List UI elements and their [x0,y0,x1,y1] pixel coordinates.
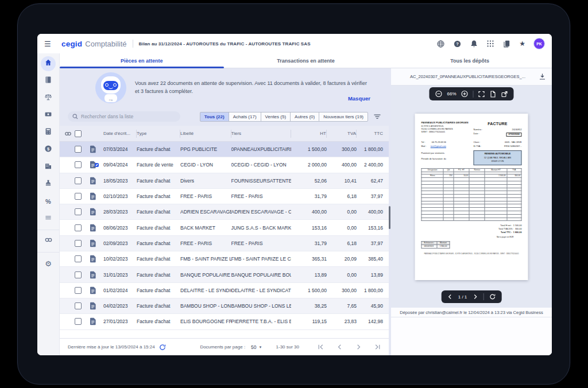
invoice-preview[interactable]: PANNEAUX PUBLICITAIRES GEORGES 61 RTE D … [415,114,528,280]
prev-doc-page-icon[interactable] [447,294,453,300]
row-checkbox[interactable] [75,255,82,262]
row-date: 28/03/2023 [103,209,137,215]
row-libelle: PPG PUBLICITE [180,146,231,152]
document-page-icon[interactable] [490,91,497,98]
row-checkbox[interactable] [75,161,82,168]
hide-banner-link[interactable]: Masquer [348,95,370,102]
row-ttc: 385,40 [357,256,389,262]
row-date: 27/01/2023 [103,319,137,324]
select-all-checkbox[interactable] [75,130,82,137]
row-checkbox[interactable] [75,318,82,325]
row-ttc: 1 800,00 [357,288,389,293]
next-page-button[interactable] [355,344,362,350]
sidebar-item-calculator[interactable] [41,125,56,140]
table-row[interactable]: 02/10/2023Facture d'achatFREE - PARISFRE… [60,189,389,204]
row-checkbox[interactable] [75,302,82,309]
sidebar-item-settings[interactable]: ⚙ [41,256,56,271]
sidebar-item-balance[interactable] [41,91,56,106]
table-row[interactable]: 04/02/2023Facture d'achatBAMBOU SHOP - L… [60,298,389,314]
column-tva[interactable]: TVA [327,130,357,138]
row-checkbox[interactable] [75,271,82,278]
row-checkbox[interactable] [75,146,82,153]
library-icon[interactable] [502,40,511,48]
table-row[interactable]: 18/05/2023Facture d'achatDiversFOURNISSE… [60,173,389,189]
sidebar-item-company[interactable] [41,160,56,174]
document-icon [90,239,103,247]
filter-chip[interactable]: Tous (22) [200,112,229,122]
table-row[interactable]: 09/04/2024Facture de venteCEGID - LYON0C… [60,157,389,173]
help-icon[interactable]: ? [453,40,462,48]
column-type[interactable]: Type [137,130,180,138]
apps-grid-icon[interactable] [486,40,494,48]
column-libelle[interactable]: Libellé [180,130,231,138]
row-checkbox[interactable] [75,240,82,247]
tab-tous-les-depots[interactable]: Tous les dépôts [388,53,552,68]
zoom-out-icon[interactable] [435,90,442,98]
table-row[interactable]: 28/03/2023Facture d'achatADRIEN ESCARAVA… [60,204,389,220]
scrollbar-thumb[interactable] [389,206,390,229]
table-header: Date d'écrit... Type Libellé Tiers HT TV… [60,126,389,142]
tab-transactions-en-attente[interactable]: Transactions en attente [224,53,388,68]
per-page-label: Documents par page : [200,344,245,350]
fullscreen-icon[interactable] [478,91,485,98]
row-libelle: CEGID - LYON [180,162,231,168]
row-checkbox[interactable] [75,287,82,294]
sidebar-item-payments[interactable] [41,108,56,123]
user-avatar[interactable]: PK [533,38,545,49]
globe-icon[interactable] [436,40,445,48]
sidebar-item-home[interactable] [41,56,56,71]
table-row[interactable]: 07/03/2024Facture d'achatPPG PUBLICITE0P… [60,142,389,157]
sidebar-item-journal[interactable] [41,73,56,88]
column-date[interactable]: Date d'écrit... [103,130,137,138]
tab-pieces-en-attente[interactable]: Pièces en attente [60,53,224,68]
rotate-icon[interactable] [489,293,496,300]
table-row[interactable]: 01/02/2024Facture d'achatDELAITRE - LE S… [60,283,389,298]
filter-chip[interactable]: Ventes (5) [261,112,291,122]
table-row[interactable]: 10/02/2023Facture d'achatFMB - SAINT PAR… [60,251,389,267]
document-icon [90,192,103,200]
search-input[interactable] [81,114,167,119]
document-icon [90,145,103,153]
row-date: 09/04/2024 [103,162,137,168]
row-checkbox[interactable] [75,193,82,200]
filter-icon[interactable] [374,114,381,120]
filter-chip[interactable]: Achats (17) [229,112,261,122]
column-ttc[interactable]: TTC [357,130,389,138]
table-row[interactable]: 08/06/2023Facture d'achatBACK MARKETJUNG… [60,220,389,235]
zoom-in-icon[interactable] [461,90,469,98]
first-page-button[interactable] [318,344,324,350]
filter-chip[interactable]: Nouveaux tiers (19) [319,112,368,122]
brand-logo: cegid [61,40,82,48]
table-row[interactable]: 02/09/2023Facture d'achatFREE - PARISFRE… [60,236,389,251]
sidebar-item-list[interactable] [41,211,56,226]
row-checkbox[interactable] [75,208,82,215]
prev-page-button[interactable] [336,344,343,350]
table-row[interactable]: 31/01/2023Facture d'achatBANQUE POPULAIR… [60,267,389,282]
search-box[interactable] [68,111,180,122]
next-doc-page-icon[interactable] [472,294,478,300]
row-checkbox[interactable] [75,224,82,231]
refresh-icon[interactable] [159,344,166,351]
row-ht: 400,00 [291,209,327,215]
row-libelle: ELIS BOURGOGNE FRANCH... [180,319,231,324]
per-page-select[interactable]: 50▼ [251,344,262,350]
sidebar-item-rates[interactable]: % [41,194,56,209]
column-ht[interactable]: HT [291,130,327,138]
open-external-icon[interactable] [501,91,508,98]
sidebar-item-links[interactable] [41,234,56,249]
notifications-bell-icon[interactable] [470,40,478,48]
favorites-star-icon[interactable]: ★ [519,40,525,47]
row-type: Facture d'achat [137,288,180,293]
row-tva: 7,65 [327,303,357,309]
table-row[interactable]: 27/01/2023Facture d'achatELIS BOURGOGNE … [60,314,389,329]
download-icon[interactable] [539,73,546,80]
company-context: Bilan au 31/12/2024 - AUTOROUTES du TRAF… [139,41,311,46]
row-checkbox[interactable] [75,177,82,184]
column-tiers[interactable]: Tiers [231,130,291,138]
preview-filename: AC_20240307_0PANNEAUXPUBLICITAIRESGEORGE… [397,74,539,79]
sidebar-item-stamp[interactable] [41,177,56,192]
last-page-button[interactable] [374,344,381,350]
sidebar-item-currency[interactable]: $ [41,142,56,157]
filter-chip[interactable]: Autres (0) [290,112,319,122]
menu-hamburger-icon[interactable]: ☰ [44,40,53,48]
